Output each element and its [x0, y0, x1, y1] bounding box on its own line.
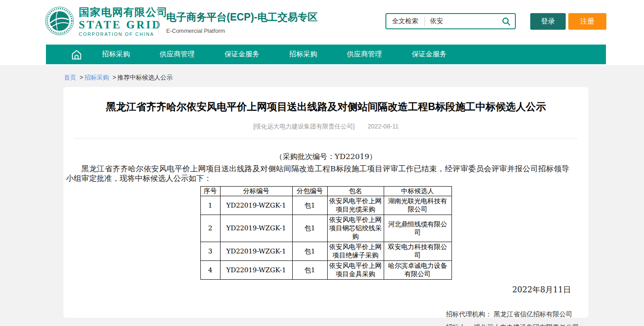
- page-title: 黑龙江省齐齐哈尔依安风电平价上网项目送出线路及对侧站间隔改造工程B标段施工中标候…: [94, 87, 558, 114]
- agency-line: 招标代理机构： 黑龙江省信亿招标有限公司: [446, 308, 588, 321]
- dotted-divider: [74, 138, 578, 139]
- table-cell: 包1: [292, 242, 327, 261]
- site-header: 国家电网有限公司 STATE GRID CORPORATION OF CHINA…: [0, 0, 644, 45]
- main-nav: 招标采购供应商管理保证金服务招标采购供应商管理保证金服务: [46, 45, 606, 64]
- table-cell: YD22019-WZGK-1: [220, 215, 292, 242]
- page-content: 首页>招标采购>推荐中标候选人公示 黑龙江省齐齐哈尔依安风电平价上网项目送出线路…: [0, 65, 644, 326]
- platform-title: 电子商务平台(ECP)-电工交易专区: [166, 10, 318, 24]
- breadcrumb: 首页>招标采购>推荐中标候选人公示: [0, 65, 644, 82]
- company-name-en-sub: CORPORATION OF CHINA: [79, 31, 168, 37]
- search-box: 全文检索: [385, 13, 516, 29]
- breadcrumb-separator: >: [80, 74, 83, 81]
- sign-date: 2022年8月11日: [63, 284, 571, 295]
- home-icon: [70, 49, 83, 61]
- tenderee-line: 招标人： 绥化远大电力建设集团有限责任公司: [446, 321, 588, 326]
- search-icon[interactable]: [502, 17, 511, 26]
- state-grid-globe-icon: [45, 6, 74, 36]
- table-cell: 双安电力科技有限公司: [384, 242, 452, 261]
- platform-subtitle: E-Commercial Platform: [166, 28, 318, 34]
- nav-item[interactable]: 保证金服务: [210, 50, 274, 59]
- table-header-cell: 中标候选人: [384, 187, 452, 196]
- candidates-table: 序号分标编号分包编号包名中标候选人 1YD22019-WZGK-1包1依安风电平…: [200, 186, 452, 280]
- table-header-cell: 序号: [200, 187, 220, 196]
- table-header-cell: 分标编号: [220, 187, 292, 196]
- table-cell: 依安风电平价上网项目绝缘子采购: [327, 242, 384, 261]
- breadcrumb-item[interactable]: 招标采购: [84, 74, 109, 81]
- table-row: 4YD22019-WZGK-1包1依安风电平价上网项目金具采购哈尔滨卓诚电力设备…: [200, 261, 452, 280]
- nav-item[interactable]: 供应商管理: [145, 50, 210, 59]
- header-divider: [158, 10, 159, 35]
- table-cell: 4: [200, 261, 220, 280]
- breadcrumb-item[interactable]: 首页: [64, 74, 76, 81]
- company-name-cn: 国家电网有限公司: [79, 5, 168, 19]
- table-header-cell: 包名: [327, 187, 384, 196]
- table-cell: 包1: [292, 196, 327, 215]
- nav-item[interactable]: 招标采购: [274, 50, 332, 59]
- table-cell: 3: [200, 242, 220, 261]
- table-cell: 湖南光联光电科技有限公司: [384, 196, 452, 215]
- nav-item[interactable]: 招标采购: [87, 50, 145, 59]
- table-cell: 1: [200, 196, 220, 215]
- table-cell: 依安风电平价上网项目光缆采购: [327, 196, 384, 215]
- table-body: 1YD22019-WZGK-1包1依安风电平价上网项目光缆采购湖南光联光电科技有…: [200, 196, 452, 280]
- nav-home[interactable]: [70, 49, 83, 61]
- state-grid-logo[interactable]: 国家电网有限公司 STATE GRID CORPORATION OF CHINA: [45, 5, 168, 37]
- table-cell: 依安风电平价上网项目钢芯铝绞线采购: [327, 215, 384, 242]
- company-name-en: STATE GRID: [79, 19, 168, 31]
- table-header-row: 序号分标编号分包编号包名中标候选人: [200, 187, 452, 196]
- table-row: 1YD22019-WZGK-1包1依安风电平价上网项目光缆采购湖南光联光电科技有…: [200, 196, 452, 215]
- table-cell: YD22019-WZGK-1: [220, 196, 292, 215]
- table-cell: YD22019-WZGK-1: [220, 261, 292, 280]
- search-input[interactable]: [425, 17, 500, 25]
- breadcrumb-item: 推荐中标候选人公示: [117, 74, 172, 81]
- table-row: 2YD22019-WZGK-1包1依安风电平价上网项目钢芯铝绞线采购河北鼎恒线缆…: [200, 215, 452, 242]
- table-cell: 河北鼎恒线缆有限公司: [384, 215, 452, 242]
- table-cell: 哈尔滨卓诚电力设备有限公司: [384, 261, 452, 280]
- table-header-cell: 分包编号: [292, 187, 327, 196]
- login-button[interactable]: 登录: [530, 13, 566, 30]
- nav-item[interactable]: 供应商管理: [332, 50, 397, 59]
- table-cell: 包1: [292, 215, 327, 242]
- table-cell: YD22019-WZGK-1: [220, 242, 292, 261]
- register-button[interactable]: 注册: [568, 13, 606, 30]
- table-cell: 2: [200, 215, 220, 242]
- table-row: 3YD22019-WZGK-1包1依安风电平价上网项目绝缘子采购双安电力科技有限…: [200, 242, 452, 261]
- batch-number-line: （采购批次编号：YD22019）: [63, 152, 588, 162]
- article-date: 2022-08-11: [368, 123, 399, 130]
- table-cell: 依安风电平价上网项目金具采购: [327, 261, 384, 280]
- article-source: [绥化远大电力建设集团有限责任公司]: [253, 123, 355, 130]
- nav-item[interactable]: 保证金服务: [397, 50, 462, 59]
- table-cell: 包1: [292, 261, 327, 280]
- nav-items: 招标采购供应商管理保证金服务招标采购供应商管理保证金服务: [87, 50, 462, 59]
- breadcrumb-separator: >: [112, 74, 116, 81]
- article-body: 黑龙江省齐齐哈尔依安风电平价上网项目送出线路及对侧站间隔改造工程B标段施工项目评…: [66, 164, 569, 183]
- announcement-card: 黑龙江省齐齐哈尔依安风电平价上网项目送出线路及对侧站间隔改造工程B标段施工中标候…: [63, 87, 588, 318]
- search-scope-dropdown[interactable]: 全文检索: [386, 17, 424, 25]
